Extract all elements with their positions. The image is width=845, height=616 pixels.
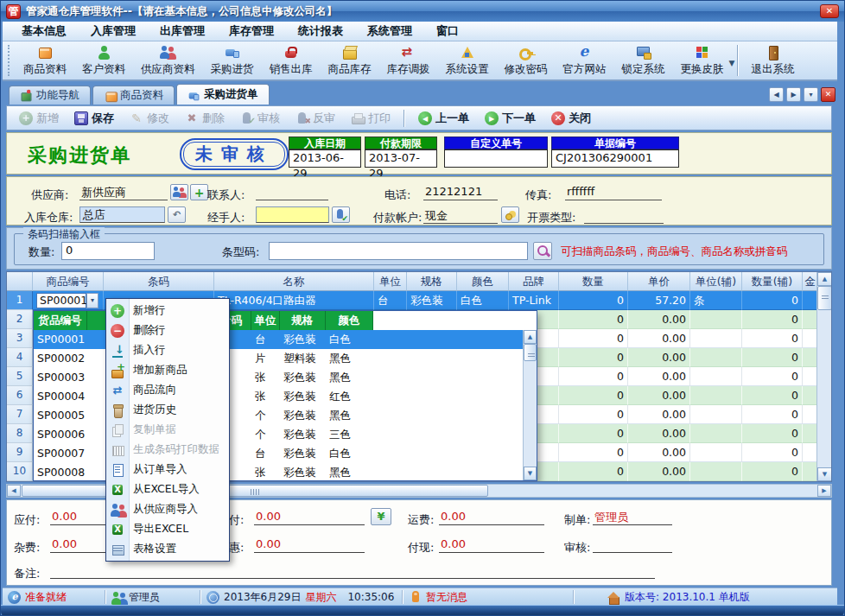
prepaid-money-button[interactable]: ¥ <box>371 508 391 525</box>
pick-supplier-button[interactable] <box>170 184 188 200</box>
fax-field[interactable]: rffffff <box>565 185 662 200</box>
menu-item[interactable]: 出库管理 <box>149 22 215 41</box>
purchase-truck-button[interactable]: 采购进货 <box>203 42 262 79</box>
column-header-unit[interactable]: 单位 <box>374 272 407 291</box>
warehouse-picker-button[interactable]: ↶ <box>168 206 186 223</box>
cell-qty2[interactable]: 0 <box>742 367 803 386</box>
cell-price[interactable]: 0.00 <box>628 462 690 481</box>
tab-list-button[interactable]: ▾ <box>804 87 818 102</box>
menu-item[interactable]: 系统管理 <box>357 22 422 41</box>
cell-spec[interactable]: 彩色装 <box>407 291 457 310</box>
column-header-name[interactable]: 名称 <box>214 272 374 291</box>
column-header-brand[interactable]: 品牌 <box>509 272 559 291</box>
cell-qty2[interactable]: 0 <box>742 405 803 424</box>
cell-unit2[interactable] <box>690 310 742 329</box>
goods-button[interactable]: 商品资料 <box>16 42 74 79</box>
cell-price[interactable]: 0.00 <box>628 443 690 462</box>
context-menu-item[interactable]: 新增行 <box>106 301 229 321</box>
cell-unit2[interactable] <box>690 348 742 367</box>
freight-field[interactable]: 0.00 <box>439 510 544 525</box>
column-header-color[interactable]: 颜色 <box>457 272 509 291</box>
warehouse-field[interactable]: 总店 <box>79 206 165 223</box>
menu-item[interactable]: 基本信息 <box>11 22 77 41</box>
cell-unit[interactable]: 台 <box>374 291 407 310</box>
context-menu-item[interactable]: 表格设置 <box>106 539 229 559</box>
hscrollbar-thumb[interactable] <box>22 485 488 497</box>
website-button[interactable]: 官方网站 <box>556 42 614 79</box>
barcode-input[interactable] <box>269 242 528 260</box>
invoice-type-field[interactable] <box>584 208 664 224</box>
cell-unit2[interactable] <box>690 443 742 462</box>
transfer-arrows-button[interactable]: 库存调拨 <box>379 42 438 79</box>
context-menu-item[interactable]: 导出EXCEL <box>106 519 229 539</box>
lookup-scrollbar[interactable]: ▲▼ <box>523 330 537 480</box>
doc-field-value[interactable] <box>444 149 548 168</box>
cell-price[interactable]: 0.00 <box>628 367 690 386</box>
exit-door-button[interactable]: 退出系统 <box>744 42 803 79</box>
context-menu-item[interactable]: 从EXCEL导入 <box>106 479 229 499</box>
cell-qty[interactable]: 0 <box>559 310 628 329</box>
lock-screen-button[interactable]: 锁定系统 <box>614 42 673 79</box>
tab-item[interactable]: 商品资料 <box>92 86 175 105</box>
sales-basket-button[interactable]: 销售出库 <box>262 42 321 79</box>
cell-qty[interactable]: 0 <box>559 405 628 424</box>
cell-qty[interactable]: 0 <box>559 424 628 443</box>
cell-qty[interactable]: 0 <box>559 348 628 367</box>
column-header-unit2[interactable]: 单位(辅) <box>690 272 742 291</box>
menu-item[interactable]: 统计报表 <box>288 22 353 41</box>
next-button[interactable]: 下一单 <box>478 109 543 128</box>
cell-unit2[interactable]: 条 <box>690 291 742 310</box>
scroll-up-button[interactable]: ▲ <box>817 272 832 286</box>
cell-unit2[interactable] <box>690 386 742 405</box>
cell-qty[interactable]: 0 <box>559 386 628 405</box>
context-menu-item[interactable]: 插入行 <box>106 340 229 360</box>
cell-brand[interactable]: TP-Link <box>509 291 559 310</box>
barcode-search-button[interactable] <box>533 242 552 260</box>
cell-name[interactable]: TL-R406/4口路由器 <box>214 291 374 310</box>
cell-unit2[interactable] <box>690 405 742 424</box>
tab-scroll-right-button[interactable]: ▶ <box>786 87 801 102</box>
cell-unit2[interactable] <box>690 462 742 481</box>
menu-item[interactable]: 入库管理 <box>80 22 146 41</box>
supplier-button[interactable]: 供应商资料 <box>133 42 203 79</box>
column-header-price[interactable]: 单价 <box>628 272 690 291</box>
cell-price[interactable]: 0.00 <box>628 424 690 443</box>
settings-button[interactable]: 系统设置 <box>438 42 497 79</box>
cash-paid-field[interactable]: 0.00 <box>439 537 544 553</box>
cell-qty[interactable]: 0 <box>559 443 628 462</box>
cell-qty2[interactable]: 0 <box>742 291 803 310</box>
skin-button[interactable]: 更换皮肤▼ <box>673 42 732 79</box>
close-red-button[interactable]: 关闭 <box>544 109 598 128</box>
product-code-editor[interactable]: SP00001 <box>36 293 86 308</box>
account-field[interactable]: 现金 <box>423 208 498 224</box>
doc-field-value[interactable]: 2013-07-29 <box>365 149 437 168</box>
scroll-up-button[interactable]: ▲ <box>524 330 537 344</box>
column-header-qty2[interactable]: 数量(辅) <box>742 272 803 291</box>
tab-close-button[interactable]: ✕ <box>821 87 835 102</box>
cell-price[interactable]: 0.00 <box>628 386 690 405</box>
tab-active[interactable]: 采购进货单 <box>176 84 270 105</box>
supplier-field[interactable]: 新供应商 <box>79 185 168 200</box>
cell-qty2[interactable]: 0 <box>742 348 803 367</box>
scrollbar-thumb[interactable] <box>524 344 537 361</box>
scroll-left-button[interactable]: ◀ <box>7 485 21 497</box>
chevron-down-icon[interactable]: ▼ <box>729 59 735 67</box>
context-menu-item[interactable]: 从供应商导入 <box>106 499 229 519</box>
cell-unit2[interactable] <box>690 424 742 443</box>
phone-field[interactable]: 21212121 <box>423 185 498 200</box>
cell-qty2[interactable]: 0 <box>742 424 803 443</box>
cell-unit2[interactable] <box>690 329 742 348</box>
dropdown-button[interactable]: ▾ <box>86 293 98 308</box>
scan-qty-input[interactable]: 0 <box>61 242 155 260</box>
password-key-button[interactable]: 修改密码 <box>497 42 556 79</box>
context-menu-item[interactable]: 删除行 <box>106 321 229 340</box>
pick-account-button[interactable] <box>501 206 519 223</box>
prepaid-field[interactable]: 0.00 <box>254 510 365 525</box>
cell-qty[interactable]: 0 <box>559 291 628 310</box>
context-menu-item[interactable]: 从订单导入 <box>106 460 229 479</box>
tab-item[interactable]: 功能导航 <box>9 86 91 105</box>
cell-price[interactable]: 0.00 <box>628 310 690 329</box>
stock-box-button[interactable]: 商品库存 <box>321 42 379 79</box>
menu-item[interactable]: 窗口 <box>426 22 469 41</box>
cell-qty[interactable]: 0 <box>559 329 628 348</box>
